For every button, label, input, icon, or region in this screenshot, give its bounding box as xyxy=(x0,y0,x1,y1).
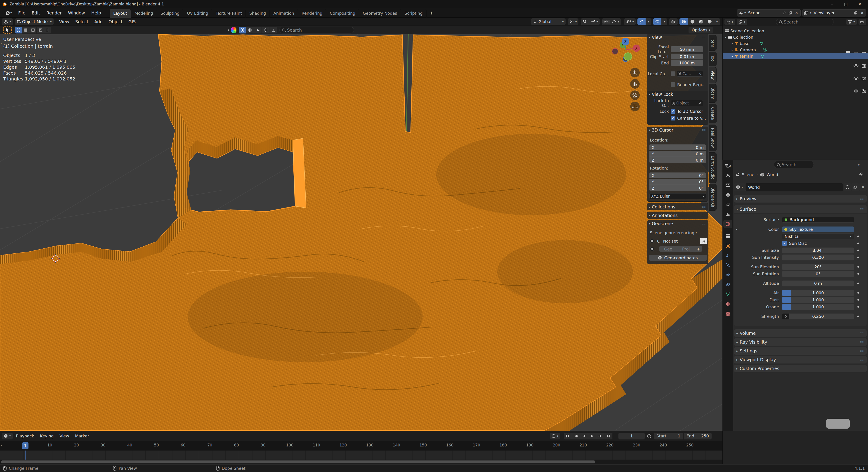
tab-material[interactable] xyxy=(723,300,733,308)
clip-end-field[interactable]: 1000 m xyxy=(671,60,703,66)
play-button[interactable] xyxy=(588,433,596,439)
orthographic-toggle-button[interactable] xyxy=(630,102,640,111)
timeline-expand-chevron[interactable]: › xyxy=(0,443,2,447)
minimize-icon[interactable]: ─ xyxy=(826,0,838,8)
properties-search-input[interactable]: Search xyxy=(774,161,814,168)
zoom-button[interactable] xyxy=(630,68,640,77)
options-button[interactable]: Options ▾ xyxy=(688,27,713,33)
axis-neg-x[interactable] xyxy=(612,49,618,54)
timeline-track-area[interactable] xyxy=(0,450,722,460)
duplicate-icon[interactable] xyxy=(853,10,858,15)
collapsed-panel-header[interactable]: ▸Viewport Display ∷∷ xyxy=(734,356,867,364)
animate-dot[interactable] xyxy=(857,250,859,251)
remove-icon[interactable]: ✕ xyxy=(860,10,865,15)
duplicate-icon[interactable] xyxy=(788,10,793,15)
xray-toggle[interactable] xyxy=(669,18,678,25)
filter-world-button[interactable] xyxy=(262,27,270,33)
tab-collection[interactable] xyxy=(723,232,733,240)
next-keyframe-button[interactable] xyxy=(596,433,604,439)
panel-grip-icon[interactable]: ∷∷ xyxy=(860,367,864,370)
animate-dot[interactable] xyxy=(857,316,859,317)
outliner-row-scene-collection[interactable]: Scene Collection xyxy=(723,28,868,34)
axis-neg-y[interactable] xyxy=(624,53,632,60)
eye-icon[interactable] xyxy=(854,89,859,93)
editor-type-button[interactable]: ▾ xyxy=(2,18,13,25)
outliner-display-mode-button[interactable]: ▾ xyxy=(724,19,735,25)
workspace-tab[interactable]: Scripting xyxy=(401,9,427,18)
floating-button[interactable] xyxy=(826,419,850,429)
toolbar-expand-chevron[interactable]: › xyxy=(0,41,2,46)
disclosure-icon[interactable]: ▸ xyxy=(732,55,733,58)
camera-view-button[interactable] xyxy=(630,90,640,100)
local-camera-checkbox[interactable] xyxy=(671,71,675,76)
panel-grip-icon[interactable]: ∷∷ xyxy=(860,208,864,211)
active-tool-button[interactable] xyxy=(3,27,12,34)
tab-object-data[interactable] xyxy=(723,290,733,298)
collapsed-panel-header[interactable]: ▸Settings ∷∷ xyxy=(734,347,867,355)
collapsed-panel-header[interactable]: ▸Volume ∷∷ xyxy=(734,329,867,337)
new-collection-button[interactable] xyxy=(859,19,866,25)
value-field[interactable]: 1.000 xyxy=(782,297,854,303)
workspace-tab[interactable]: Texture Paint xyxy=(212,9,246,18)
tab-output[interactable] xyxy=(723,191,733,199)
view-lock-header[interactable]: ▾View Lock xyxy=(647,91,708,97)
topbar-menu-item[interactable]: Edit xyxy=(29,9,43,17)
panel-grip-icon[interactable]: ∷∷ xyxy=(702,222,706,225)
value-field[interactable]: 1.000 xyxy=(782,304,854,310)
filter-object-button[interactable] xyxy=(239,27,246,33)
pan-button[interactable] xyxy=(630,79,640,89)
sun-disc-checkbox[interactable]: ✓ xyxy=(782,241,787,246)
workspace-tab[interactable]: Modeling xyxy=(131,9,157,18)
cursor-rot-y-field[interactable]: Y0° xyxy=(649,179,706,185)
topbar-menu-item[interactable]: File xyxy=(15,9,29,17)
shading-rendered-button[interactable] xyxy=(705,18,714,25)
timeline-ruler[interactable]: 1020304050607080901001101201301401501601… xyxy=(0,441,722,450)
fake-user-button[interactable] xyxy=(844,183,851,191)
viewport-menu-item[interactable]: Object xyxy=(105,18,125,25)
topbar-menu-item[interactable]: Render xyxy=(43,9,65,17)
sidebar-tab[interactable]: BlenderKit xyxy=(709,184,717,211)
timeline-menu-item[interactable]: View xyxy=(57,433,72,439)
maximize-icon[interactable]: □ xyxy=(840,0,852,8)
panel-grip-icon[interactable]: ∷∷ xyxy=(860,332,864,335)
eye-icon[interactable] xyxy=(854,76,859,80)
viewport-menu-item[interactable]: Select xyxy=(72,18,92,25)
gizmos-toggle[interactable] xyxy=(638,18,646,25)
local-camera-field[interactable]: Ca...✕ xyxy=(677,71,703,76)
sidebar-annotations-panel[interactable]: ▸Annotations∷∷ xyxy=(647,212,708,219)
current-frame-field[interactable]: 1 xyxy=(618,433,645,439)
geoscene-header[interactable]: ▾Geoscene∷∷ xyxy=(647,220,708,227)
sidebar-collections-panel[interactable]: ▸Collections∷∷ xyxy=(647,203,708,210)
panel-grip-icon[interactable]: ∷∷ xyxy=(860,197,864,200)
overlays-toggle[interactable] xyxy=(653,18,661,25)
outliner-row-base[interactable]: ▸ base xyxy=(723,40,868,46)
select-mode-intersect-button[interactable] xyxy=(44,27,51,33)
sidebar-tab[interactable]: Real Snow xyxy=(709,125,717,151)
panel-grip-icon[interactable]: ∷∷ xyxy=(860,340,864,344)
preview-panel-header[interactable]: ▸Preview ∷∷ xyxy=(734,195,867,202)
outliner-row-terrain[interactable]: ▸ terrain xyxy=(723,53,868,59)
navigation-gizmo[interactable]: Y Z X xyxy=(610,36,644,65)
outliner-filter-button[interactable]: ▾ xyxy=(846,19,857,25)
tab-world[interactable] xyxy=(723,220,733,228)
transform-orientation[interactable]: Global ▾ xyxy=(531,18,565,25)
select-mode-subtract-button[interactable] xyxy=(29,27,37,33)
tab-render[interactable] xyxy=(723,181,733,189)
disclosure-icon[interactable]: ▸ xyxy=(732,42,733,45)
outliner-row-camera[interactable]: ▸ Camera xyxy=(723,46,868,53)
close-icon[interactable]: ✕ xyxy=(854,0,866,8)
blender-menu-icon[interactable]: ▾ xyxy=(2,9,15,17)
panel-grip-icon[interactable]: ∷∷ xyxy=(702,36,706,39)
cursor-loc-y-field[interactable]: Y0 m xyxy=(649,151,706,157)
lock-object-field[interactable]: Object xyxy=(671,100,703,106)
mode-selector[interactable]: Object Mode ▾ xyxy=(15,18,54,25)
clip-start-field[interactable]: 0.01 m xyxy=(671,54,703,59)
shading-dropdown[interactable]: ▾ xyxy=(714,18,720,25)
sidebar-tab[interactable]: Tool xyxy=(709,52,717,66)
animate-dot[interactable] xyxy=(857,306,859,308)
timeline-editor-type-button[interactable]: ▾ xyxy=(2,433,13,439)
select-mode-set-button[interactable] xyxy=(15,27,22,33)
pin-icon[interactable] xyxy=(859,172,863,177)
collapsed-panel-header[interactable]: ▸Ray Visibility ∷∷ xyxy=(734,338,867,346)
viewport-menu-item[interactable]: Add xyxy=(91,18,105,25)
